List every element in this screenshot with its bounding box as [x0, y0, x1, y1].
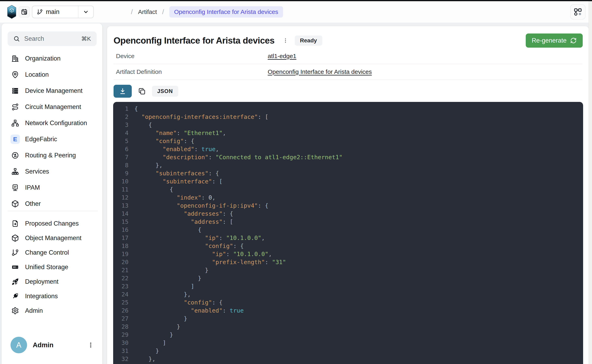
sidebar-item-proposed-changes[interactable]: Proposed Changes — [2, 216, 102, 231]
line-content: "addresses": { — [134, 210, 233, 217]
branch-dropdown-toggle[interactable] — [78, 6, 93, 18]
sidebar-item-admin[interactable]: Admin — [2, 304, 102, 318]
line-content: } — [134, 331, 173, 338]
line-content: "subinterfaces": { — [134, 170, 219, 177]
sidebar-item-label: Device Management — [25, 87, 82, 94]
sidebar-item-other[interactable]: Other — [2, 196, 102, 212]
cube-icon — [11, 234, 20, 243]
git-branch-icon — [11, 248, 20, 257]
line-content: { — [134, 226, 202, 233]
field-value-link[interactable]: atl1-edge1 — [268, 53, 296, 59]
sidebar-item-label: Organization — [25, 55, 61, 62]
code-line: 10 "subinterface": [ — [113, 177, 583, 185]
code-line: 17 "ip": "10.1.0.0", — [113, 234, 583, 242]
svg-text:IP: IP — [14, 185, 17, 188]
breadcrumb-item-current[interactable]: Openconfig Interface for Arista devices — [169, 6, 283, 18]
breadcrumb-separator: / — [162, 8, 164, 16]
title-kebab-icon[interactable] — [282, 38, 289, 44]
code-line: 1{ — [113, 105, 583, 113]
gear-icon — [11, 306, 20, 315]
code-viewer[interactable]: 1{2 "openconfig-interfaces:interface": [… — [113, 102, 583, 364]
search-shortcut: ⌘K — [81, 35, 91, 42]
code-line: 25 "config": { — [113, 299, 583, 306]
sidebar-item-deployment[interactable]: Deployment — [2, 274, 102, 289]
code-line: 16 { — [113, 226, 583, 234]
line-number: 16 — [113, 226, 128, 234]
breadcrumb-item-artifact[interactable]: Artifact — [138, 8, 157, 15]
cube-icon — [11, 199, 20, 208]
search-input[interactable]: Search ⌘K — [8, 32, 97, 46]
line-number: 11 — [113, 185, 128, 194]
line-number: 25 — [113, 299, 128, 306]
code-line: 8 }, — [113, 161, 583, 169]
sidebar-secondary-nav: Proposed ChangesObject ManagementChange … — [2, 216, 102, 318]
branch-selector-value[interactable]: main — [32, 6, 78, 18]
calendar-clock-button[interactable] — [19, 6, 30, 18]
line-content: "address": [ — [134, 218, 233, 225]
copy-icon — [138, 87, 146, 95]
code-line: 28 } — [113, 323, 583, 331]
sidebar-item-change-control[interactable]: Change Control — [2, 245, 102, 260]
sidebar-item-object-management[interactable]: Object Management — [2, 231, 102, 245]
line-number: 19 — [113, 250, 128, 258]
sidebar-item-routing-peering[interactable]: Routing & Peering — [2, 147, 102, 163]
code-line: 26 "enabled": true — [113, 306, 583, 315]
server-rack-icon — [11, 86, 20, 95]
sidebar-item-label: Object Management — [25, 234, 81, 242]
line-number: 23 — [113, 282, 128, 290]
download-button[interactable] — [114, 85, 132, 98]
code-line: 21 } — [113, 266, 583, 274]
code-line: 13 "openconfig-if-ip:ipv4": { — [113, 202, 583, 210]
line-content: { — [134, 105, 138, 112]
sidebar-item-integrations[interactable]: Integrations — [2, 289, 102, 304]
sidebar-item-organization[interactable]: Organization — [2, 51, 102, 67]
sidebar-item-circuit-management[interactable]: Circuit Management — [2, 99, 102, 115]
code-line: 7 "description": "Connected to atl1-edge… — [113, 153, 583, 161]
line-number: 4 — [113, 129, 128, 137]
regenerate-button[interactable]: Re-generate — [526, 33, 583, 48]
line-content: "ip": "10.1.0.0", — [134, 234, 265, 241]
line-number: 30 — [113, 339, 128, 347]
line-number: 20 — [113, 258, 128, 266]
user-name: Admin — [33, 341, 82, 349]
code-line: 29 } — [113, 331, 583, 339]
line-number: 13 — [113, 202, 128, 210]
line-number: 7 — [113, 153, 128, 161]
code-line: 14 "addresses": { — [113, 210, 583, 218]
sidebar: Search ⌘K OrganizationLocationDevice Man… — [2, 23, 102, 364]
page-scrollbar[interactable] — [589, 1, 592, 364]
user-kebab-icon[interactable] — [87, 342, 94, 348]
line-number: 14 — [113, 210, 128, 218]
sidebar-item-unified-storage[interactable]: Unified Storage — [2, 260, 102, 274]
app-logo-icon[interactable] — [7, 5, 16, 19]
line-number: 5 — [113, 137, 128, 145]
sidebar-item-label: Network Configuration — [25, 119, 87, 127]
line-content: ] — [134, 339, 166, 346]
line-content: }, — [134, 356, 155, 362]
sidebar-item-services[interactable]: Services — [2, 163, 102, 180]
line-content: "config": { — [134, 242, 244, 249]
topology-view-button[interactable] — [570, 4, 585, 20]
sidebar-item-label: Proposed Changes — [25, 220, 79, 227]
line-number: 21 — [113, 266, 128, 274]
sidebar-item-network-configuration[interactable]: Network Configuration — [2, 115, 102, 131]
sidebar-item-label: Services — [25, 168, 49, 175]
line-number: 28 — [113, 323, 128, 331]
line-number: 27 — [113, 315, 128, 323]
line-content: ] — [134, 283, 194, 290]
sidebar-item-ipam[interactable]: IPIPAM — [2, 180, 102, 196]
sidebar-item-edgefabric[interactable]: EEdgeFabric — [2, 131, 102, 147]
line-number: 6 — [113, 145, 128, 153]
sidebar-item-location[interactable]: Location — [2, 67, 102, 83]
network-icon — [11, 118, 20, 128]
copy-button[interactable] — [137, 85, 146, 98]
line-content: "ip": "10.1.0.0", — [134, 251, 272, 257]
topbar: main / Artifact / Openconfig Interface f… — [0, 1, 592, 23]
branch-selector[interactable]: main — [32, 6, 94, 18]
branch-name: main — [46, 8, 59, 16]
field-value-link[interactable]: Openconfig Interface for Arista devices — [268, 68, 372, 75]
sidebar-item-device-management[interactable]: Device Management — [2, 83, 102, 99]
code-line: 3 { — [113, 121, 583, 129]
breadcrumb-separator: / — [131, 8, 133, 16]
user-menu[interactable]: A Admin — [11, 337, 94, 353]
